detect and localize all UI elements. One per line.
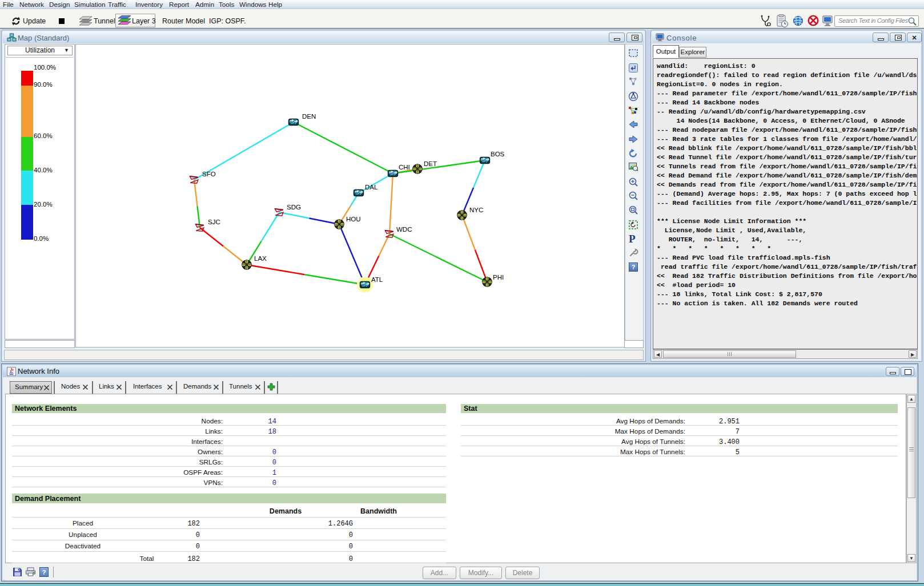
svg-text:HOU: HOU [346, 216, 361, 223]
svg-text:PHI: PHI [493, 274, 504, 281]
svg-text:BOS: BOS [491, 151, 505, 157]
svg-text:WDC: WDC [396, 226, 412, 233]
svg-text:DET: DET [424, 160, 437, 167]
svg-text:ATL: ATL [371, 276, 383, 283]
svg-text:SJC: SJC [208, 219, 220, 225]
svg-text:CHI: CHI [399, 164, 410, 171]
svg-text:SFO: SFO [202, 171, 216, 177]
svg-text:DAL: DAL [365, 184, 378, 191]
svg-text:SDG: SDG [287, 204, 301, 211]
svg-text:DEN: DEN [302, 113, 316, 120]
svg-text:NYC: NYC [469, 207, 483, 213]
svg-text:LAX: LAX [254, 255, 267, 262]
